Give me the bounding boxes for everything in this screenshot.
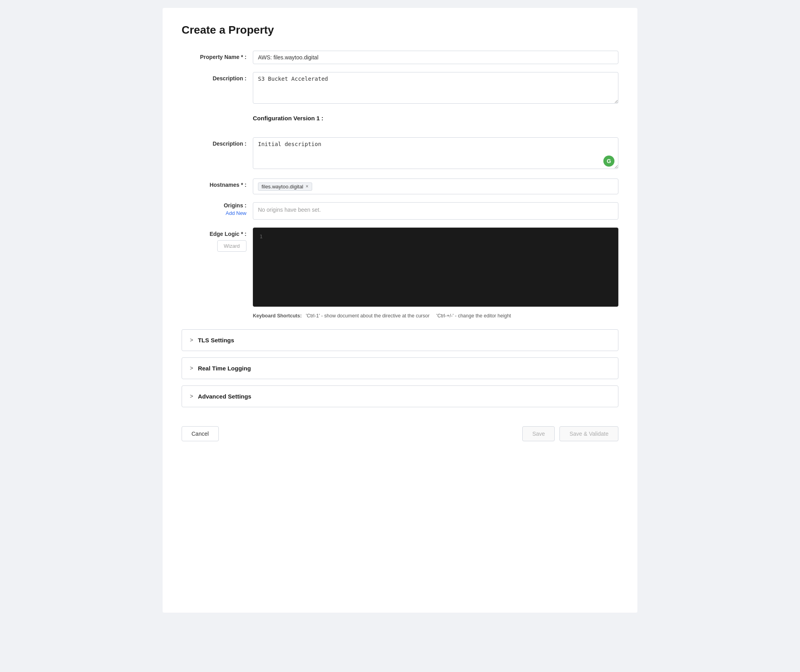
shortcut-text-1: 'Ctrl-1' - show document about the direc… [306,313,430,319]
keyboard-shortcuts-label: Keyboard Shortcuts: [253,313,302,319]
origins-row: Origins : Add New No origins have been s… [182,202,618,220]
property-name-input[interactable] [253,51,618,64]
origins-label-group: Origins : Add New [182,202,253,216]
origins-placeholder-text: No origins have been set. [258,207,321,213]
advanced-settings-section: > Advanced Settings [182,385,618,407]
shortcut-text-2: 'Ctrl-+/-' - change the editor height [436,313,511,319]
real-time-logging-section: > Real Time Logging [182,357,618,379]
config-version-heading: Configuration Version 1 : [253,115,323,121]
config-description-label: Description : [182,137,253,147]
property-name-label: Property Name * : [182,51,253,60]
save-validate-button[interactable]: Save & Validate [559,426,618,441]
wizard-button[interactable]: Wizard [217,240,246,252]
grammarly-button[interactable]: G [603,156,614,167]
config-description-input[interactable]: Initial description [253,137,618,169]
config-description-wrapper: Initial description G [253,137,618,171]
edge-logic-label-group: Edge Logic * : Wizard [182,228,253,252]
config-description-row: Description : Initial description G [182,137,618,171]
hostname-tag-text: files.waytoo.digital [262,184,303,190]
description-input[interactable]: S3 Bucket Accelerated [253,72,618,104]
description-row: Description : S3 Bucket Accelerated [182,72,618,104]
save-button[interactable]: Save [522,426,555,441]
property-name-row: Property Name * : [182,51,618,64]
page-title: Create a Property [182,24,618,36]
edge-logic-row: Edge Logic * : Wizard 1 [182,228,618,307]
footer-actions: Cancel Save Save & Validate [182,420,618,441]
line-number: 1 [260,233,263,239]
origins-label: Origins : [182,202,246,209]
page-container: Create a Property Property Name * : Desc… [163,8,637,613]
hostnames-input[interactable]: files.waytoo.digital × [253,178,618,194]
advanced-settings-title: Advanced Settings [198,393,251,400]
hostnames-label: Hostnames * : [182,178,253,188]
edge-logic-label: Edge Logic * : [182,228,246,237]
origins-input: No origins have been set. [253,202,618,220]
description-label: Description : [182,72,253,82]
add-new-link[interactable]: Add New [182,210,246,216]
config-version-row: Configuration Version 1 : [182,112,618,129]
advanced-settings-chevron-icon: > [190,393,193,399]
tls-settings-section: > TLS Settings [182,329,618,351]
shortcuts-row: Keyboard Shortcuts: 'Ctrl-1' - show docu… [182,310,618,320]
tls-chevron-icon: > [190,337,193,343]
keyboard-shortcuts: Keyboard Shortcuts: 'Ctrl-1' - show docu… [253,312,618,320]
real-time-logging-chevron-icon: > [190,365,193,371]
form-section: Property Name * : Description : S3 Bucke… [182,51,618,320]
cancel-button[interactable]: Cancel [182,426,219,441]
real-time-logging-title: Real Time Logging [198,365,251,372]
advanced-settings-header[interactable]: > Advanced Settings [182,386,618,407]
hostname-tag: files.waytoo.digital × [258,182,312,191]
right-actions: Save Save & Validate [522,426,618,441]
tls-settings-title: TLS Settings [198,337,234,344]
real-time-logging-header[interactable]: > Real Time Logging [182,358,618,379]
code-editor[interactable]: 1 [253,228,618,307]
hostnames-row: Hostnames * : files.waytoo.digital × [182,178,618,194]
hostname-tag-remove[interactable]: × [306,184,309,189]
shortcuts-offset [182,310,253,320]
tls-settings-header[interactable]: > TLS Settings [182,330,618,351]
